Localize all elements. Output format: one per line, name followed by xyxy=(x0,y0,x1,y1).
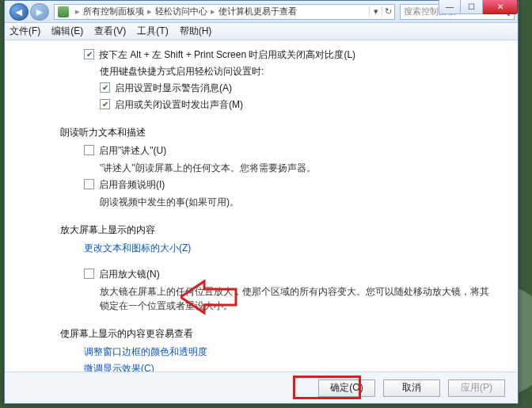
cancel-button[interactable]: 取消 xyxy=(383,379,440,397)
nav-back-button[interactable]: ◄ xyxy=(10,3,28,21)
checkbox-audio-desc[interactable] xyxy=(84,179,94,189)
breadcrumb-dropdown[interactable]: ▾ xyxy=(369,6,382,17)
section-title-easier-view: 使屏幕上显示的内容更容易查看 xyxy=(60,327,494,341)
label-audio-desc: 启用音频说明(I) xyxy=(99,178,165,192)
label-sound: 启用或关闭设置时发出声音(M) xyxy=(115,98,243,112)
checkbox-high-contrast-toggle[interactable] xyxy=(84,49,94,59)
menu-help[interactable]: 帮助(H) xyxy=(180,25,212,38)
maximize-button[interactable]: ☐ xyxy=(461,0,483,14)
checkbox-narrator[interactable] xyxy=(84,145,94,155)
label-keyboard-shortcut: 使用键盘快捷方式启用轻松访问设置时: xyxy=(100,65,264,78)
breadcrumb-item[interactable]: 所有控制面板项 xyxy=(83,6,144,17)
close-button[interactable]: ✕ xyxy=(483,0,518,14)
link-border-color[interactable]: 调整窗口边框的颜色和透明度 xyxy=(84,345,207,359)
link-text-size[interactable]: 更改文本和图标的大小(Z) xyxy=(84,242,191,255)
breadcrumb[interactable]: ▸ 所有控制面板项 ▸ 轻松访问中心 ▸ 使计算机更易于查看 ▾↻ xyxy=(54,4,395,20)
desc-narrator: "讲述人"朗读屏幕上的任何文本。您将需要扬声器。 xyxy=(100,161,494,175)
menubar: 文件(F) 编辑(E) 查看(V) 工具(T) 帮助(H) xyxy=(5,23,518,40)
menu-edit[interactable]: 编辑(E) xyxy=(51,25,83,38)
minimize-button[interactable]: — xyxy=(439,0,461,14)
breadcrumb-refresh[interactable]: ↻ xyxy=(382,6,394,17)
dialog-footer: 确定(O) 取消 应用(P) xyxy=(5,372,518,403)
apply-button[interactable]: 应用(P) xyxy=(448,379,505,397)
ok-button[interactable]: 确定(O) xyxy=(318,379,375,397)
checkbox-sound[interactable] xyxy=(100,99,110,109)
label-narrator: 启用"讲述人"(U) xyxy=(99,144,166,158)
breadcrumb-item[interactable]: 轻松访问中心 xyxy=(155,6,207,17)
checkbox-magnifier[interactable] xyxy=(84,269,94,279)
menu-view[interactable]: 查看(V) xyxy=(94,25,126,38)
link-display-effects[interactable]: 微调显示效果(C) xyxy=(84,362,154,372)
window-controls: — ☐ ✕ xyxy=(439,0,518,14)
section-title-magnify: 放大屏幕上显示的内容 xyxy=(60,223,494,237)
desc-magnifier: 放大镜在屏幕上的任何位置放大，使那个区域的所有内容变大。您可以随处移动放大镜，将… xyxy=(100,284,494,313)
label-magnifier: 启用放大镜(N) xyxy=(99,268,160,281)
control-panel-icon xyxy=(58,6,69,17)
menu-file[interactable]: 文件(F) xyxy=(10,25,40,38)
checkbox-show-warning[interactable] xyxy=(100,82,110,93)
titlebar: — ☐ ✕ ◄ ► ▸ 所有控制面板项 ▸ 轻松访问中心 ▸ 使计算机更易于查看… xyxy=(5,1,518,23)
control-panel-window: — ☐ ✕ ◄ ► ▸ 所有控制面板项 ▸ 轻松访问中心 ▸ 使计算机更易于查看… xyxy=(4,0,519,404)
label-high-contrast-toggle: 按下左 Alt + 左 Shift + Print Screen 时启用或关闭高… xyxy=(99,48,355,62)
content-area: 按下左 Alt + 左 Shift + Print Screen 时启用或关闭高… xyxy=(5,40,518,372)
label-show-warning: 启用设置时显示警告消息(A) xyxy=(115,82,232,95)
desc-audio: 朗读视频中发生的事(如果可用)。 xyxy=(100,195,494,209)
menu-tools[interactable]: 工具(T) xyxy=(137,25,168,38)
section-title-narration: 朗读听力文本和描述 xyxy=(60,126,494,139)
nav-forward-button[interactable]: ► xyxy=(30,3,49,21)
breadcrumb-item[interactable]: 使计算机更易于查看 xyxy=(218,6,297,17)
